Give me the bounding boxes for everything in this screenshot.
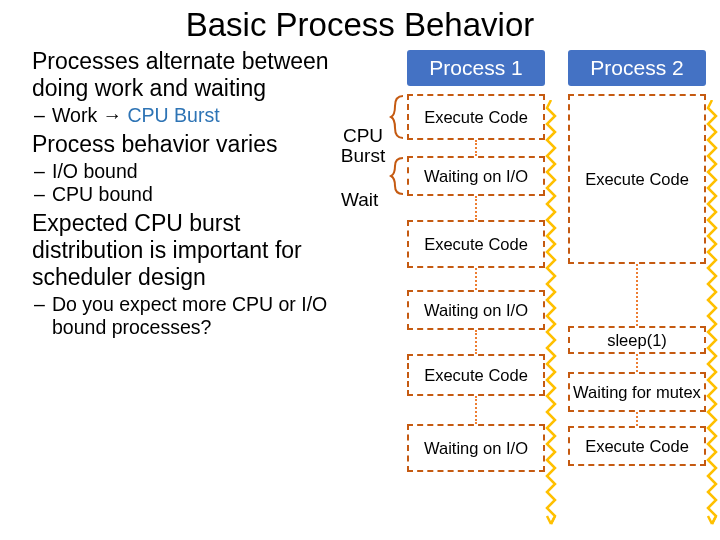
slide-body: Processes alternate between doing work a… [0,48,720,339]
process-1-header: Process 1 [407,50,545,86]
process-1-column: Process 1 Execute Code Waiting on I/O Ex… [407,50,545,518]
wait-label: Wait [341,190,378,210]
arrow-icon: → [103,104,128,126]
p1-arrow-4 [470,396,482,424]
process-2-header: Process 2 [568,50,706,86]
p1-arrow-2 [470,268,482,290]
cpu-burst-text: CPU Burst [127,104,219,126]
p2-box-1: sleep(1) [568,326,706,354]
bullet-3-sub-1: Do you expect more CPU or I/O bound proc… [52,293,355,339]
p2-squiggle [706,100,718,540]
p2-arrow-2 [631,412,643,426]
p1-arrow-0 [470,140,482,156]
cpu-burst-label: CPU Burst [335,126,391,166]
bullet-2-sub-2: CPU bound [52,183,355,206]
p1-box-0: Execute Code [407,94,545,140]
p1-arrow-1 [470,196,482,220]
bullet-list: Processes alternate between doing work a… [0,48,355,339]
p1-box-5: Waiting on I/O [407,424,545,472]
p1-box-3: Waiting on I/O [407,290,545,330]
sub-text: Work [52,104,103,126]
process-2-stack: Execute Code sleep(1) Waiting for mutex … [568,94,706,514]
bullet-1-sub-1: Work → CPU Burst [52,104,355,127]
p2-box-2: Waiting for mutex [568,372,706,412]
p2-arrow-1 [631,354,643,372]
p2-arrow-0 [631,264,643,326]
diagram-area: CPU Burst Wait Process 1 Execute Code Wa… [355,48,720,339]
p2-box-3: Execute Code [568,426,706,466]
p1-arrow-3 [470,330,482,354]
process-2-column: Process 2 Execute Code sleep(1) Waiting … [568,50,706,514]
p1-box-4: Execute Code [407,354,545,396]
p1-squiggle [545,100,557,540]
bullet-2: Process behavior varies [32,131,355,158]
bullet-3: Expected CPU burst distribution is impor… [32,210,355,291]
p1-box-2: Execute Code [407,220,545,268]
process-1-stack: Execute Code Waiting on I/O Execute Code… [407,94,545,518]
bullet-1: Processes alternate between doing work a… [32,48,355,102]
p1-box-1: Waiting on I/O [407,156,545,196]
p2-box-0: Execute Code [568,94,706,264]
slide-title: Basic Process Behavior [0,0,720,48]
bullet-2-sub-1: I/O bound [52,160,355,183]
